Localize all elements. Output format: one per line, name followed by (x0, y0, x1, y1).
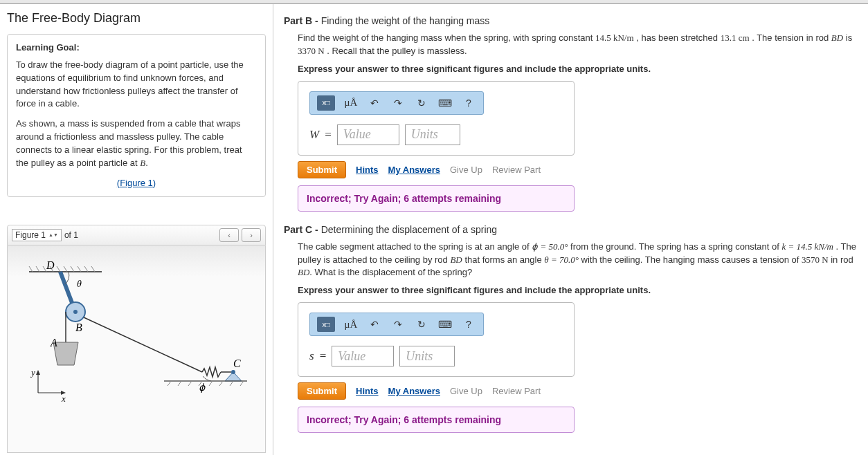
learning-goal-text: To draw the free-body diagram of a point… (16, 59, 257, 111)
keyboard-icon: ⌨ (438, 319, 452, 330)
figure-link[interactable]: (Figure 1) (16, 177, 257, 190)
svg-line-9 (84, 266, 88, 272)
templates-icon: x□ (322, 99, 329, 106)
svg-line-7 (71, 266, 74, 272)
svg-text:D: D (46, 259, 55, 271)
free-body-diagram: D θ B A (26, 258, 247, 417)
svg-line-29 (188, 381, 192, 386)
svg-line-20 (84, 317, 202, 372)
part-c-units-input[interactable]: Units (399, 346, 455, 366)
part-c-feedback: Incorrect; Try Again; 6 attempts remaini… (298, 407, 575, 433)
reset-button[interactable]: ↻ (414, 95, 429, 111)
special-chars-icon: μÅ (345, 319, 358, 331)
chevron-right-icon: › (250, 231, 253, 239)
keyboard-button[interactable]: ⌨ (437, 95, 453, 111)
part-b-equation-row: W = Value Units (309, 124, 563, 145)
svg-line-34 (240, 381, 244, 386)
help-icon: ? (466, 98, 471, 109)
part-b-toolbar: x□ μÅ ↶ ↷ ↻ ⌨ ? (309, 91, 484, 115)
figure-selector[interactable]: Figure 1 ▲▼ (12, 229, 62, 241)
part-b-feedback: Incorrect; Try Again; 6 attempts remaini… (298, 185, 575, 212)
svg-line-31 (209, 381, 213, 386)
templates-icon: x□ (322, 321, 329, 328)
redo-button[interactable]: ↷ (390, 317, 406, 332)
part-c-header: Part C - Determining the displacement of… (284, 224, 858, 235)
svg-text:y: y (30, 367, 35, 378)
reset-icon: ↻ (417, 319, 426, 330)
learning-goal-label: Learning Goal: (16, 41, 257, 55)
svg-line-32 (219, 381, 223, 386)
svg-text:x: x (61, 393, 66, 404)
redo-button[interactable]: ↷ (390, 95, 406, 111)
figure-panel: Figure 1 ▲▼ of 1 ‹ › (7, 225, 266, 453)
undo-icon: ↶ (370, 319, 379, 330)
redo-icon: ↷ (394, 319, 402, 330)
figure-body: D θ B A (7, 245, 266, 453)
svg-line-27 (168, 381, 171, 386)
part-c-hints-link[interactable]: Hints (356, 386, 379, 396)
right-panel: Part B - Finding the weight of the hangi… (273, 4, 868, 455)
svg-marker-36 (36, 370, 40, 375)
part-c-equation-row: s = Value Units (309, 346, 563, 366)
page-title: The Free-Body Diagram (7, 11, 266, 26)
keyboard-icon: ⌨ (438, 98, 452, 109)
reset-button[interactable]: ↻ (414, 317, 429, 332)
svg-point-22 (231, 370, 235, 374)
left-panel: The Free-Body Diagram Learning Goal: To … (0, 4, 273, 455)
part-c-variable: s (309, 349, 314, 363)
reset-icon: ↻ (417, 98, 426, 109)
figure-next-button[interactable]: › (242, 228, 261, 242)
part-b-variable: W (309, 128, 319, 142)
svg-line-1 (29, 266, 33, 272)
part-b-value-input[interactable]: Value (337, 124, 399, 145)
svg-line-5 (57, 266, 60, 272)
part-b-give-up-link[interactable]: Give Up (450, 165, 482, 175)
part-c-question: The cable segment attached to the spring… (298, 241, 858, 280)
svg-text:θ: θ (77, 279, 82, 289)
part-b-review-link[interactable]: Review Part (492, 165, 541, 175)
special-chars-button[interactable]: μÅ (343, 317, 359, 332)
part-c-submit-button[interactable]: Submit (298, 382, 346, 400)
templates-button[interactable]: x□ (317, 317, 335, 332)
svg-point-15 (73, 310, 78, 314)
part-b-submit-button[interactable]: Submit (298, 161, 346, 178)
part-b-my-answers-link[interactable]: My Answers (388, 165, 440, 175)
figure-panel-header: Figure 1 ▲▼ of 1 ‹ › (7, 225, 266, 245)
help-icon: ? (466, 319, 471, 330)
undo-icon: ↶ (370, 98, 379, 109)
part-b-question: Find the weight of the hanging mass when… (298, 32, 858, 58)
scenario-text: As shown, a mass is suspended from a cab… (16, 118, 257, 169)
part-b-actions: Submit Hints My Answers Give Up Review P… (298, 161, 858, 178)
help-button[interactable]: ? (461, 95, 476, 111)
svg-line-8 (78, 266, 81, 272)
part-c-answer-box: x□ μÅ ↶ ↷ ↻ ⌨ ? s = Value Units (298, 302, 575, 377)
figure-prev-button[interactable]: ‹ (219, 228, 239, 242)
figure-count: of 1 (64, 230, 78, 240)
svg-text:A: A (50, 337, 57, 349)
keyboard-button[interactable]: ⌨ (437, 317, 453, 332)
part-c-actions: Submit Hints My Answers Give Up Review P… (298, 382, 858, 400)
help-button[interactable]: ? (461, 317, 476, 332)
part-c-value-input[interactable]: Value (332, 346, 394, 366)
part-c-my-answers-link[interactable]: My Answers (388, 386, 440, 396)
svg-text:B: B (75, 322, 82, 333)
special-chars-icon: μÅ (345, 97, 358, 109)
special-chars-button[interactable]: μÅ (343, 95, 359, 111)
part-c-instruction: Express your answer to three significant… (298, 285, 858, 295)
part-b-instruction: Express your answer to three significant… (298, 64, 858, 74)
svg-text:C: C (233, 358, 241, 369)
svg-line-2 (36, 266, 39, 272)
svg-line-28 (178, 381, 181, 386)
svg-line-6 (64, 266, 67, 272)
part-b-units-input[interactable]: Units (405, 124, 460, 145)
undo-button[interactable]: ↶ (367, 95, 382, 111)
redo-icon: ↷ (394, 98, 402, 109)
undo-button[interactable]: ↶ (367, 317, 382, 332)
part-c-give-up-link[interactable]: Give Up (450, 386, 482, 396)
part-c-review-link[interactable]: Review Part (492, 386, 541, 396)
templates-button[interactable]: x□ (317, 95, 335, 111)
part-b-header: Part B - Finding the weight of the hangi… (284, 15, 858, 26)
part-b-hints-link[interactable]: Hints (356, 165, 379, 175)
two-column-layout: The Free-Body Diagram Learning Goal: To … (0, 4, 868, 455)
part-c-toolbar: x□ μÅ ↶ ↷ ↻ ⌨ ? (309, 313, 484, 336)
